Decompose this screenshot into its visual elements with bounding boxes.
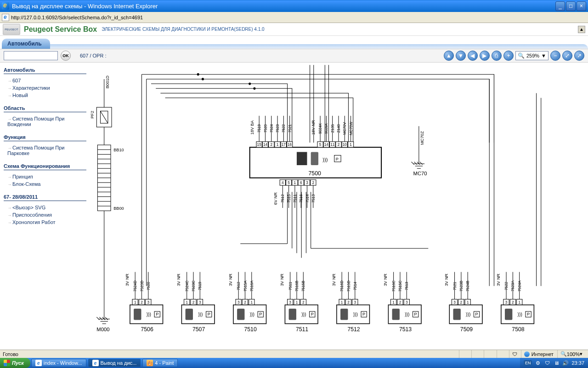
- svg-text:4: 4: [282, 181, 284, 185]
- tray-icon[interactable]: 🛡: [544, 360, 550, 366]
- minimize-button[interactable]: _: [555, 1, 565, 11]
- svg-text:1: 1: [341, 300, 343, 305]
- svg-text:1: 1: [296, 300, 298, 305]
- sidebar-item[interactable]: Система Помощи При Вождении: [4, 115, 86, 128]
- svg-text:3: 3: [199, 300, 201, 305]
- svg-text:5: 5: [319, 143, 322, 147]
- start-button[interactable]: Пуск: [0, 358, 30, 368]
- tray-icon[interactable]: 🔊: [562, 360, 569, 366]
- sidebar-item[interactable]: Хронология Работ: [4, 218, 86, 226]
- status-cell: [484, 350, 495, 358]
- zoom-value: 259%: [526, 53, 539, 58]
- svg-text:3V  NR: 3V NR: [125, 273, 130, 286]
- sidebar-item[interactable]: Принцип: [4, 173, 86, 180]
- svg-text:3: 3: [505, 300, 508, 305]
- nav-down-button[interactable]: ▼: [456, 51, 466, 61]
- svg-point-11: [249, 83, 251, 85]
- svg-text:7519: 7519: [198, 282, 202, 290]
- svg-text:7510: 7510: [244, 326, 256, 333]
- nav-right-button[interactable]: ▶: [480, 51, 490, 61]
- sidebar-item[interactable]: Система Помощи При Парковке: [4, 144, 86, 157]
- breadcrumb: 607 / OPR :: [80, 53, 106, 58]
- svg-point-9: [197, 74, 199, 75]
- taskbar-button[interactable]: eВывод на дис...: [88, 359, 141, 367]
- svg-text:MC70: MC70: [413, 171, 427, 176]
- svg-text:3V  NR: 3V NR: [332, 273, 336, 286]
- tab-automobile[interactable]: Автомобиль: [2, 39, 50, 49]
- svg-text:14: 14: [263, 143, 268, 147]
- svg-rect-15: [311, 152, 318, 165]
- ie-icon: e: [92, 360, 99, 366]
- language-indicator[interactable]: EN: [524, 360, 532, 366]
- search-input[interactable]: [4, 51, 58, 60]
- zoom-select[interactable]: 🔍 259% ▼: [515, 51, 548, 60]
- svg-text:9024K: 9024K: [318, 123, 322, 134]
- clock[interactable]: 23:37: [571, 360, 584, 366]
- svg-text:18V  BA: 18V BA: [250, 120, 254, 135]
- svg-point-10: [202, 78, 204, 80]
- svg-text:3V  NR: 3V NR: [228, 273, 233, 286]
- nav-up-button[interactable]: ▲: [444, 51, 454, 61]
- status-zoom[interactable]: 🔍 100% ▾: [557, 350, 585, 358]
- svg-text:3V  NR: 3V NR: [176, 273, 181, 286]
- svg-text:1: 1: [518, 300, 520, 305]
- svg-text:BB00: BB00: [113, 206, 124, 211]
- app-header: PEUGEOT Peugeot Service Box ЭЛЕКТРИЧЕСКИ…: [0, 23, 588, 36]
- svg-text:2: 2: [512, 300, 514, 305]
- sidebar-item[interactable]: Новый: [4, 92, 86, 99]
- svg-text:7521: 7521: [288, 124, 292, 133]
- url-text[interactable]: http://127.0.0.1:6092/Sdr/selectSchema.d…: [11, 15, 143, 20]
- svg-text:Z135: Z135: [331, 124, 335, 133]
- svg-text:11: 11: [330, 143, 335, 147]
- svg-text:MC70V: MC70V: [343, 122, 347, 135]
- scroll-up-button[interactable]: ▲: [578, 26, 585, 33]
- nav-left-button[interactable]: ◀: [468, 51, 478, 61]
- sidebar-item[interactable]: Характеристики: [4, 84, 86, 92]
- svg-text:7515D: 7515D: [347, 281, 351, 292]
- peugeot-logo: PEUGEOT: [3, 24, 20, 35]
- taskbar-button[interactable]: eindex - Window...: [31, 359, 86, 367]
- svg-text:7514: 7514: [353, 282, 357, 290]
- svg-text:7512: 7512: [237, 282, 241, 290]
- svg-text:7513: 7513: [405, 282, 409, 290]
- fit-button[interactable]: ⤢: [562, 51, 572, 61]
- close-button[interactable]: ×: [577, 1, 586, 11]
- taskbar-button[interactable]: 🎨4 - Paint: [142, 359, 178, 367]
- zoom-out-button[interactable]: −: [550, 51, 560, 61]
- svg-text:1: 1: [134, 300, 136, 305]
- diagram-canvas[interactable]: ))) P: [90, 63, 588, 350]
- sidebar-group-title: Область: [4, 105, 86, 112]
- sidebar-item[interactable]: <Вьюэр> SVG: [4, 204, 86, 211]
- svg-text:7523D: 7523D: [140, 281, 144, 292]
- svg-text:1: 1: [467, 300, 469, 305]
- print-button[interactable]: ⎙: [492, 51, 502, 61]
- ie-icon: e: [35, 360, 42, 366]
- maximize-button[interactable]: □: [566, 1, 576, 11]
- svg-text:7514: 7514: [305, 194, 310, 203]
- tray-icon[interactable]: ⚙: [535, 360, 541, 366]
- svg-text:6V  NR: 6V NR: [273, 192, 278, 205]
- tray-icon[interactable]: 🖥: [553, 360, 560, 366]
- taskbar: Пуск eindex - Window... eВывод на дис...…: [0, 358, 588, 368]
- sidebar-item[interactable]: Блок-Схема: [4, 180, 86, 188]
- svg-text:7506: 7506: [141, 326, 153, 333]
- svg-text:18V  NR: 18V NR: [311, 120, 316, 135]
- svg-text:7521: 7521: [453, 282, 457, 290]
- ok-button[interactable]: OK: [61, 51, 71, 61]
- svg-text:1: 1: [350, 143, 352, 147]
- ie-icon: [2, 2, 9, 10]
- app-subtitle: ЭЛЕКТРИЧЕСКИЕ СХЕМЫ ДЛЯ ДИАГНОСТИКИ И РЕ…: [102, 27, 264, 32]
- status-zone: Интернет: [521, 350, 556, 358]
- svg-text:7511: 7511: [288, 282, 293, 290]
- zoom-in-button[interactable]: +: [503, 51, 514, 61]
- svg-text:7516D: 7516D: [340, 281, 344, 292]
- expand-button[interactable]: ↗: [574, 51, 584, 61]
- svg-text:7515C: 7515C: [398, 281, 402, 292]
- svg-text:P: P: [336, 157, 339, 161]
- svg-text:1: 1: [251, 300, 253, 305]
- wiring-diagram-svg: ))) P: [90, 63, 588, 350]
- sidebar-item[interactable]: 607: [4, 77, 86, 84]
- svg-text:7520: 7520: [264, 124, 268, 133]
- svg-text:3: 3: [406, 300, 408, 305]
- sidebar-item[interactable]: Приспособления: [4, 211, 86, 218]
